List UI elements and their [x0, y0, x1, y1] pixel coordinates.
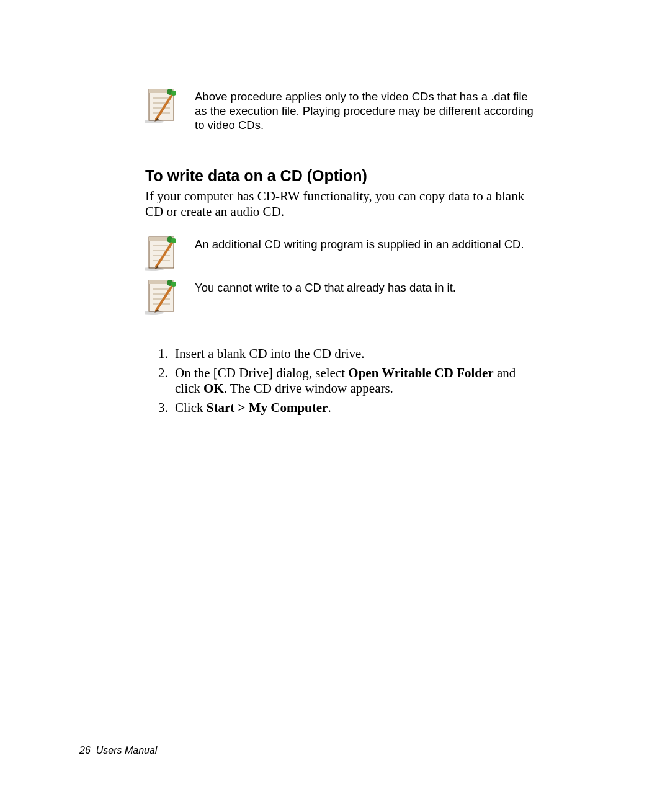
step-bold: Start > My Computer [207, 400, 328, 415]
notes-stack: An additional CD writing program is supp… [145, 233, 535, 316]
content-area: Above procedure applies only to the vide… [145, 86, 535, 419]
step-text: . [328, 400, 331, 415]
svg-point-10 [171, 91, 176, 96]
steps-list: Insert a blank CD into the CD drive. On … [145, 346, 535, 416]
section-intro: If your computer has CD-RW functionality… [145, 189, 535, 220]
note-text: An additional CD writing program is supp… [195, 233, 524, 251]
step-bold: OK [203, 381, 224, 396]
step-text: Insert a blank CD into the CD drive. [175, 346, 365, 361]
step-text: . The CD drive window appears. [224, 381, 393, 396]
step-text: Click [175, 400, 207, 415]
footer-title: Users Manual [96, 745, 158, 756]
note-text: Above procedure applies only to the vide… [195, 86, 535, 132]
page: Above procedure applies only to the vide… [0, 0, 670, 812]
page-number: 26 [79, 745, 91, 756]
note-row: An additional CD writing program is supp… [145, 233, 535, 273]
notepad-pencil-icon [145, 86, 181, 125]
note-row: Above procedure applies only to the vide… [145, 86, 535, 132]
section-heading: To write data on a CD (Option) [145, 167, 535, 185]
notepad-pencil-icon [145, 233, 181, 273]
notepad-pencil-icon [145, 277, 181, 316]
note-text: You cannot write to a CD that already ha… [195, 277, 456, 295]
step-item: Click Start > My Computer. [171, 400, 535, 416]
svg-point-32 [171, 282, 176, 287]
step-item: On the [CD Drive] dialog, select Open Wr… [171, 365, 535, 396]
page-footer: 26 Users Manual [79, 745, 157, 756]
svg-point-21 [171, 238, 176, 243]
step-text: On the [CD Drive] dialog, select [175, 365, 348, 380]
step-bold: Open Writable CD Folder [348, 365, 493, 380]
note-row: You cannot write to a CD that already ha… [145, 277, 535, 316]
step-item: Insert a blank CD into the CD drive. [171, 346, 535, 362]
